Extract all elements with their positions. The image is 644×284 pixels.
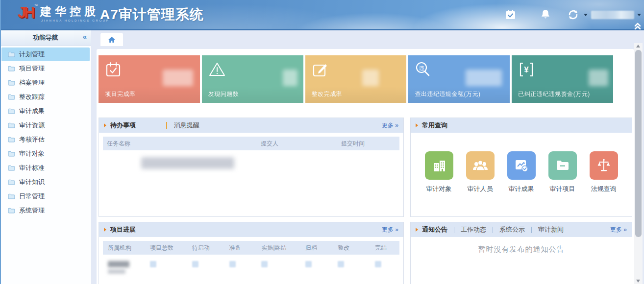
folder-icon [8, 66, 15, 71]
collapse-header-icon[interactable] [634, 22, 642, 32]
redacted-value [163, 70, 193, 86]
sidebar-item-audit-standards[interactable]: 审计标准 [1, 161, 90, 175]
refresh-dropdown-caret[interactable] [584, 14, 588, 16]
redacted-value [305, 261, 312, 267]
column-pending-start: 待启动 [192, 244, 218, 252]
stat-card-project-completion[interactable]: 项目完成率 [99, 55, 200, 103]
sidebar-item-label: 系统管理 [19, 206, 45, 215]
column-implementation: 实施|终结 [261, 244, 294, 252]
company-name-en: JIANHUA HOLDINGS GROUP [41, 19, 109, 22]
stat-card-label: 发现问题数 [208, 90, 239, 98]
quick-query-audit-results[interactable]: 审计成果 [507, 151, 536, 193]
column-submitter: 提交人 [233, 140, 306, 148]
sidebar-item-label: 整改跟踪 [19, 93, 45, 101]
todo-panel: 待办事项 消息提醒 更多 » 任务名称 提交人 提交时间 [99, 118, 404, 217]
building-icon [425, 151, 453, 180]
tab-audit-news[interactable]: 审计新闻 [538, 225, 564, 234]
yuan-icon: ¥ [518, 61, 535, 80]
quick-query-label: 审计对象 [426, 185, 452, 193]
sidebar-item-label: 审计资源 [19, 121, 45, 130]
tab-notices[interactable]: 通知公告 [422, 225, 447, 234]
sidebar: 功能导航 « 计划管理 项目管理 档案管理 整改跟踪 审计成果 [0, 30, 92, 284]
users-icon [466, 151, 495, 180]
scrollbar-up-arrow[interactable] [636, 45, 640, 47]
redacted-value [192, 261, 198, 267]
bell-icon[interactable] [541, 9, 550, 22]
stat-card-label: 整改完成率 [312, 90, 343, 98]
tab-work-updates[interactable]: 工作动态 [461, 225, 486, 234]
sidebar-header: 功能导航 « [0, 30, 91, 46]
quick-query-label: 审计成果 [509, 185, 534, 193]
sidebar-item-archive-management[interactable]: 档案管理 [1, 76, 90, 90]
folder-icon [548, 151, 577, 180]
folder-icon [8, 193, 15, 199]
sidebar-item-audit-knowledge[interactable]: 审计知识 [1, 175, 90, 189]
window-border [0, 0, 1, 284]
quick-query-audit-objects[interactable]: 审计对象 [425, 151, 453, 193]
sidebar-item-audit-resources[interactable]: 审计资源 [1, 118, 90, 132]
notice-panel-header: 通知公告 工作动态 系统公示 审计新闻 更多 » [411, 222, 632, 237]
redacted-value [362, 70, 379, 86]
refresh-icon[interactable] [568, 9, 579, 22]
tab-separator [493, 227, 493, 233]
sidebar-item-label: 日常管理 [19, 192, 45, 201]
tab-home[interactable] [100, 33, 123, 46]
edit-icon [312, 61, 328, 79]
todo-more-link[interactable]: 更多 » [382, 121, 398, 130]
folder-icon [8, 151, 15, 157]
column-rectification: 整改 [338, 244, 363, 252]
tab-bar [91, 30, 644, 46]
panel-marker-icon [104, 228, 106, 232]
sidebar-item-audit-objects[interactable]: 审计对象 [1, 147, 90, 161]
folder-icon [8, 80, 15, 86]
quick-query-audit-projects[interactable]: 审计项目 [548, 151, 577, 193]
sidebar-collapse-icon[interactable]: « [83, 32, 87, 41]
sidebar-item-label: 项目管理 [19, 64, 45, 73]
user-dropdown-caret[interactable] [637, 14, 641, 16]
redacted-value [375, 261, 381, 267]
sidebar-item-label: 档案管理 [19, 78, 45, 87]
progress-table-row [103, 261, 399, 274]
stat-card-issues-found[interactable]: 发现问题数 [202, 55, 303, 103]
tab-message-reminder[interactable]: 消息提醒 [174, 121, 199, 130]
svg-text:¥: ¥ [524, 65, 529, 74]
vertical-scrollbar[interactable] [634, 43, 643, 284]
sidebar-item-label: 审计成果 [19, 107, 45, 116]
column-archived: 归档 [305, 244, 326, 252]
stat-card-corrected-funds[interactable]: ¥ 已纠正违纪违规资金(万元) [512, 55, 613, 103]
folder-icon [8, 94, 15, 100]
warning-icon [208, 61, 226, 79]
empty-notice-text: 暂时没有发布的通知公告 [411, 245, 632, 254]
todo-panel-header: 待办事项 消息提醒 更多 » [99, 118, 403, 133]
quick-query-law-search[interactable]: 法规查询 [590, 151, 618, 193]
tab-system-announcements[interactable]: 系统公示 [499, 225, 525, 234]
tab-todo-items[interactable]: 待办事项 [110, 121, 136, 130]
progress-more-link[interactable]: 更多 » [382, 226, 398, 234]
username-redacted[interactable] [591, 11, 634, 19]
folder-icon [8, 165, 15, 171]
quick-query-audit-staff[interactable]: 审计人员 [466, 151, 495, 193]
scrollbar-down-arrow[interactable] [636, 280, 640, 283]
sidebar-item-assessment[interactable]: 考核评估 [1, 133, 90, 146]
sidebar-item-daily-management[interactable]: 日常管理 [1, 189, 90, 203]
redacted-value [283, 70, 297, 86]
quick-query-header: 常用查询 [411, 118, 632, 133]
quick-query-label: 审计人员 [468, 185, 493, 193]
column-organization: 所属机构 [108, 244, 138, 252]
stat-cards-row: 项目完成率 发现问题数 [99, 55, 613, 103]
scrollbar-thumb[interactable] [635, 50, 642, 237]
stat-card-violation-amount[interactable]: 违 查出违纪违规金额(万元) [408, 55, 510, 103]
notice-more-link[interactable]: 更多 » [610, 226, 627, 234]
folder-icon [8, 179, 15, 185]
progress-panel-title: 项目进展 [110, 225, 136, 234]
sidebar-item-system-management[interactable]: 系统管理 [1, 204, 90, 217]
redacted-value [108, 261, 129, 267]
calendar-check-icon[interactable] [505, 10, 516, 22]
notice-panel: 通知公告 工作动态 系统公示 审计新闻 更多 » 暂时没有发布的通知公告 [410, 222, 632, 284]
stat-card-rectification-completion[interactable]: 整改完成率 [305, 55, 407, 103]
sidebar-item-project-management[interactable]: 项目管理 [1, 62, 90, 75]
redacted-value [589, 70, 608, 86]
sidebar-item-rectification-tracking[interactable]: 整改跟踪 [1, 90, 90, 104]
sidebar-item-plan-management[interactable]: 计划管理 [1, 47, 90, 61]
sidebar-item-audit-results[interactable]: 审计成果 [1, 104, 90, 118]
